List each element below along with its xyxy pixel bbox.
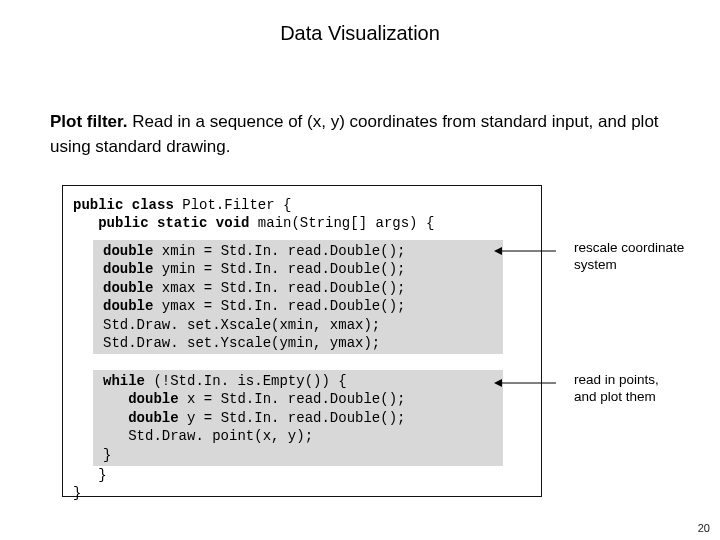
kw-double-3: double xyxy=(103,280,153,296)
arrow-icon-1 xyxy=(494,246,556,256)
b2-l2-pre xyxy=(103,391,128,407)
page-number: 20 xyxy=(698,522,710,534)
arrow-icon-2 xyxy=(494,378,556,388)
lead-paragraph: Plot filter. Read in a sequence of (x, y… xyxy=(50,110,660,159)
b2-l5: } xyxy=(103,447,111,463)
b1-l4: ymax = Std.In. read.Double(); xyxy=(153,298,405,314)
slide-title: Data Visualization xyxy=(0,22,720,45)
close-class: } xyxy=(73,485,81,501)
b2-l1: (!Std.In. is.Empty()) { xyxy=(145,373,347,389)
svg-marker-1 xyxy=(494,247,502,255)
main-indent xyxy=(73,215,98,231)
b1-l3: xmax = Std.In. read.Double(); xyxy=(153,280,405,296)
kw-double-1: double xyxy=(103,243,153,259)
b2-l2: x = Std.In. read.Double(); xyxy=(179,391,406,407)
kw-double-4: double xyxy=(103,298,153,314)
kw-public-class: public class xyxy=(73,197,174,213)
kw-double-2: double xyxy=(103,261,153,277)
kw-while: while xyxy=(103,373,145,389)
class-name: Plot.Filter { xyxy=(174,197,292,213)
kw-double-6: double xyxy=(128,410,178,426)
main-sig-rest: main(String[] args) { xyxy=(249,215,434,231)
close-main: } xyxy=(73,467,107,483)
lead-body: Read in a sequence of (x, y) coordinates… xyxy=(50,112,659,156)
code-block-readpoints: while (!Std.In. is.Empty()) { double x =… xyxy=(93,370,503,466)
anno1-l1: rescale coordinate xyxy=(574,240,684,255)
code-block-rescale: double xmin = Std.In. read.Double(); dou… xyxy=(93,240,503,354)
code-header: public class Plot.Filter { public static… xyxy=(73,196,434,233)
anno2-l1: read in points, xyxy=(574,372,659,387)
b1-l1: xmin = Std.In. read.Double(); xyxy=(153,243,405,259)
kw-main-sig: public static void xyxy=(98,215,249,231)
b1-l6: Std.Draw. set.Yscale(ymin, ymax); xyxy=(103,335,380,351)
b2-l4: Std.Draw. point(x, y); xyxy=(103,428,313,444)
b1-l2: ymin = Std.In. read.Double(); xyxy=(153,261,405,277)
anno2-l2: and plot them xyxy=(574,389,656,404)
b2-l3-pre xyxy=(103,410,128,426)
b2-l3: y = Std.In. read.Double(); xyxy=(179,410,406,426)
annotation-rescale: rescale coordinate system xyxy=(574,240,684,274)
b1-l5: Std.Draw. set.Xscale(xmin, xmax); xyxy=(103,317,380,333)
code-box: public class Plot.Filter { public static… xyxy=(62,185,542,497)
lead-run-in: Plot filter. xyxy=(50,112,127,131)
code-closers: } } xyxy=(73,466,107,503)
anno1-l2: system xyxy=(574,257,617,272)
svg-marker-3 xyxy=(494,379,502,387)
kw-double-5: double xyxy=(128,391,178,407)
annotation-readpoints: read in points, and plot them xyxy=(574,372,659,406)
